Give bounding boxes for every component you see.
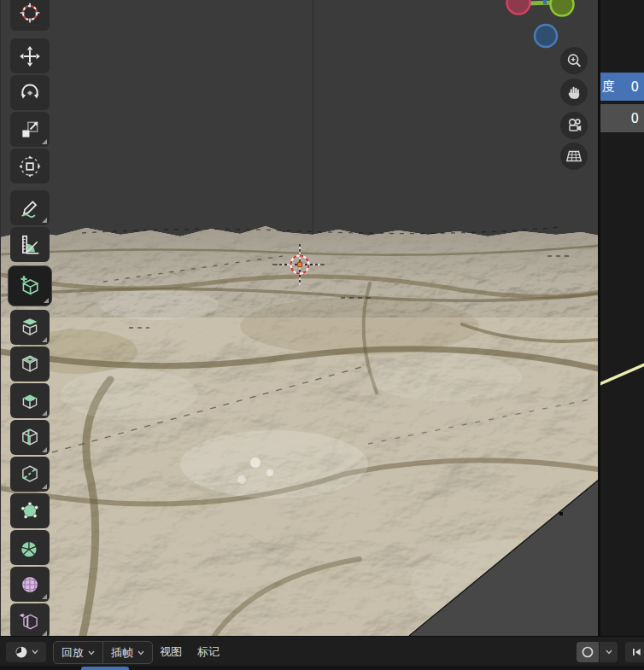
pan-hand-icon xyxy=(565,83,583,102)
tool-button-move[interactable] xyxy=(10,38,50,73)
chevron-down-icon xyxy=(138,650,144,655)
camera-view-icon xyxy=(565,116,583,135)
extrude-tool-icon xyxy=(19,317,41,339)
subtool-indicator xyxy=(42,447,47,452)
grid-ortho-icon xyxy=(565,147,583,166)
knife-tool-icon xyxy=(19,463,41,486)
value-field[interactable]: 0 xyxy=(600,104,644,132)
field-value: 0 xyxy=(630,111,639,126)
move-tool-icon xyxy=(19,45,41,67)
cursor-tool-icon xyxy=(19,2,41,24)
fcurve-line xyxy=(600,350,644,401)
next-row-edge xyxy=(0,666,644,670)
edge-slide-tool-icon xyxy=(19,610,41,632)
angle-value-field[interactable]: 度 0 xyxy=(600,73,644,101)
tool-button-rotate[interactable] xyxy=(10,75,50,110)
editor-type-dropdown[interactable] xyxy=(6,642,46,662)
tool-button-bevel[interactable] xyxy=(10,383,50,418)
field-value: 0 xyxy=(630,79,639,95)
subtool-indicator xyxy=(42,594,47,599)
subtool-indicator xyxy=(42,139,47,144)
pan-button[interactable] xyxy=(560,79,588,106)
graph-editor-sliver[interactable]: 度 0 0 xyxy=(600,0,644,636)
auto-keying-toggle[interactable] xyxy=(577,642,599,662)
timeline-header: 回放 插帧 视图 标记 xyxy=(0,636,644,666)
tool-button-annotate[interactable] xyxy=(10,190,50,225)
gizmo-z-axis xyxy=(535,25,557,47)
spin-tool-icon xyxy=(19,537,41,559)
auto-keying-group xyxy=(577,642,618,662)
gizmo-y-axis xyxy=(551,0,574,16)
tool-button-knife[interactable] xyxy=(10,457,50,492)
tool-button-smooth[interactable] xyxy=(10,567,50,602)
blender-window: 度 0 0 回放 xyxy=(0,0,644,670)
auto-keying-dropdown[interactable] xyxy=(600,642,618,662)
measure-tool-icon xyxy=(19,234,41,256)
perspective-toggle-button[interactable] xyxy=(560,143,588,170)
timeline-menu-group: 回放 插帧 xyxy=(53,641,153,664)
loop-cut-tool-icon xyxy=(19,427,41,449)
bevel-tool-icon xyxy=(19,390,41,412)
transform-tool-icon xyxy=(19,155,41,178)
tool-button-loop-cut[interactable] xyxy=(10,420,50,455)
menu-keying-label: 插帧 xyxy=(111,645,133,661)
tool-button-extrude[interactable] xyxy=(10,310,50,345)
terrain-render[interactable] xyxy=(1,224,598,636)
subtool-indicator xyxy=(44,298,49,303)
menu-markers[interactable]: 标记 xyxy=(197,644,220,660)
zoom-button[interactable] xyxy=(560,47,588,74)
menu-keying[interactable]: 插帧 xyxy=(102,642,152,663)
inset-faces-tool-icon xyxy=(19,353,41,376)
tool-button-inset-faces[interactable] xyxy=(10,347,50,382)
zoom-icon xyxy=(565,51,583,70)
field-label: 度 xyxy=(602,79,615,95)
tool-button-spin[interactable] xyxy=(10,530,50,565)
chevron-down-icon xyxy=(88,650,95,655)
tool-button-poly-build[interactable] xyxy=(10,493,50,528)
smooth-tool-icon xyxy=(19,574,41,596)
tool-button-cursor[interactable] xyxy=(10,0,50,31)
tool-button-measure[interactable] xyxy=(10,227,50,262)
menu-playback[interactable]: 回放 xyxy=(54,642,102,663)
rotate-tool-icon xyxy=(19,82,41,104)
menu-playback-label: 回放 xyxy=(61,645,84,661)
poly-build-tool-icon xyxy=(19,500,41,522)
scale-tool-icon xyxy=(19,119,41,141)
axis-gizmo[interactable] xyxy=(501,0,598,53)
tool-button-scale[interactable] xyxy=(10,112,50,147)
viewport-3d[interactable] xyxy=(0,0,598,636)
gizmo-x-axis xyxy=(507,0,530,15)
tool-button-add-cube[interactable] xyxy=(8,265,52,306)
clock-icon xyxy=(14,644,29,660)
world-axis-line xyxy=(313,0,313,234)
subtool-indicator xyxy=(42,484,47,489)
chevron-down-icon xyxy=(32,650,38,655)
chevron-down-icon xyxy=(606,650,612,655)
jump-to-start-button[interactable] xyxy=(625,642,644,662)
subtool-indicator xyxy=(42,218,47,223)
annotate-tool-icon xyxy=(19,197,41,219)
current-frame-indicator[interactable] xyxy=(81,667,129,670)
record-circle-icon xyxy=(581,645,594,659)
3d-cursor-icon xyxy=(279,244,320,285)
subtool-indicator xyxy=(42,411,47,416)
camera-view-button[interactable] xyxy=(560,112,588,139)
tool-button-transform[interactable] xyxy=(10,149,50,184)
subtool-indicator xyxy=(42,337,47,342)
menu-view[interactable]: 视图 xyxy=(160,644,182,660)
jump-to-start-icon xyxy=(629,645,643,659)
tool-button-edge-slide[interactable] xyxy=(10,603,50,636)
add-cube-tool-icon xyxy=(18,274,42,298)
